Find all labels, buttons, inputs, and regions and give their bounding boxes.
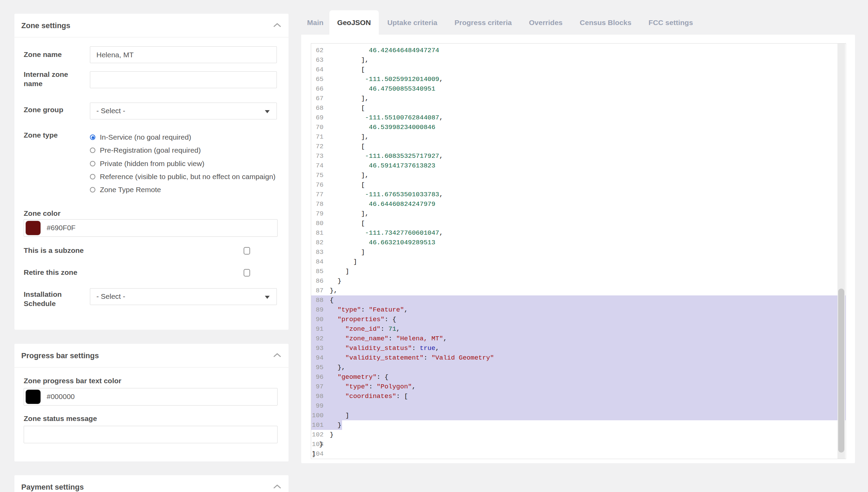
code-text: ] — [330, 267, 349, 276]
collapse-chevron-icon[interactable] — [273, 353, 281, 358]
code-line-81: 81 -111.73427760601047, — [311, 228, 846, 238]
code-line-88: 88{ — [311, 295, 846, 305]
line-number: 65 — [312, 74, 324, 84]
code-line-89: 89 "type": "Feature", — [311, 305, 846, 315]
radio-icon[interactable] — [90, 174, 95, 179]
line-number: 67 — [312, 94, 324, 103]
code-line-64: 64 [ — [311, 65, 846, 74]
progress-text-color-input[interactable]: #000000 — [24, 388, 278, 406]
line-number: 75 — [312, 171, 324, 180]
installation-schedule-label: Installation Schedule — [24, 290, 87, 308]
code-text: [ — [330, 103, 365, 113]
internal-zone-name-input[interactable] — [90, 71, 277, 88]
tab-census-blocks[interactable]: Census Blocks — [571, 10, 640, 35]
line-number: 62 — [312, 46, 324, 55]
code-text: "coordinates": [ — [330, 391, 408, 401]
zone-type-option-1[interactable]: In-Service (no goal required) — [90, 132, 191, 142]
zone-color-label: Zone color — [24, 209, 60, 218]
radio-selected-icon[interactable] — [90, 134, 95, 140]
code-line-77: 77 -111.67653501033783, — [311, 190, 846, 199]
code-line-95: 95 }, — [311, 363, 846, 372]
chevron-down-icon — [265, 110, 270, 113]
editor-scrollbar-track[interactable] — [837, 44, 845, 459]
code-line-96: 96 "geometry": { — [311, 372, 846, 382]
radio-icon[interactable] — [90, 187, 95, 192]
zone-group-select[interactable]: - Select - — [90, 103, 277, 119]
tab-fcc-settings[interactable]: FCC settings — [640, 10, 702, 35]
code-line-67: 67 ], — [311, 94, 846, 103]
subzone-checkbox[interactable] — [244, 247, 250, 255]
radio-icon[interactable] — [90, 161, 95, 166]
line-number: 92 — [312, 334, 324, 343]
code-line-70: 70 46.53998234000846 — [311, 122, 846, 132]
code-line-66: 66 46.47500855340951 — [311, 84, 846, 94]
line-number: 91 — [312, 324, 324, 334]
installation-schedule-select[interactable]: - Select - — [90, 288, 277, 305]
zone-color-swatch[interactable] — [26, 221, 40, 235]
code-text: }, — [330, 286, 338, 295]
retire-checkbox[interactable] — [244, 269, 250, 277]
progress-text-color-swatch[interactable] — [26, 390, 40, 404]
zone-color-input[interactable]: #690F0F — [24, 219, 278, 237]
zone-name-input[interactable] — [90, 46, 277, 63]
code-text: } — [330, 276, 341, 286]
tab-overrides[interactable]: Overrides — [520, 10, 571, 35]
tab-progress-criteria[interactable]: Progress criteria — [446, 10, 520, 35]
collapse-chevron-icon[interactable] — [273, 23, 281, 27]
zone-type-option-2[interactable]: Pre-Registration (goal required) — [90, 145, 201, 155]
line-number: 88 — [312, 295, 324, 305]
code-line-98: 98 "coordinates": [ — [311, 391, 846, 401]
tab-main[interactable]: Main — [301, 10, 329, 35]
code-line-78: 78 46.64460824247979 — [311, 199, 846, 209]
installation-schedule-value: - Select - — [96, 292, 125, 301]
line-number: 80 — [312, 219, 324, 228]
code-line-69: 69 -111.55100762844087, — [311, 113, 846, 122]
progress-text-color-value: #000000 — [47, 393, 75, 401]
line-number: 94 — [312, 353, 324, 363]
zone-group-value: - Select - — [96, 107, 125, 115]
line-number: 99 — [312, 401, 324, 411]
line-number: 77 — [312, 190, 324, 199]
code-line-68: 68 [ — [311, 103, 846, 113]
zone-settings-title: Zone settings — [21, 21, 70, 30]
code-line-94: 94 "validity_statement": "Valid Geometry… — [311, 353, 846, 363]
zone-status-message-label: Zone status message — [24, 414, 97, 423]
code-text: "geometry": { — [330, 372, 388, 382]
chevron-down-icon — [265, 296, 270, 299]
internal-zone-name-label: Internal zone name — [24, 70, 87, 88]
tab-uptake-criteria[interactable]: Uptake criteria — [379, 10, 446, 35]
code-line-100: 100 ] — [311, 411, 846, 420]
payment-settings-card: Payment settings — [14, 475, 289, 492]
code-line-63: 63 ], — [311, 55, 846, 65]
line-number: 102 — [312, 430, 324, 440]
code-text: 46.66321049289513 — [330, 238, 435, 247]
code-line-71: 71 ], — [311, 132, 846, 142]
editor-scrollbar-thumb[interactable] — [838, 289, 844, 453]
line-number: 72 — [312, 142, 324, 151]
code-text: "zone_name": "Helena, MT", — [330, 334, 447, 343]
tab-geojson[interactable]: GeoJSON — [329, 10, 379, 35]
radio-option-label: Reference (visible to public, but no eff… — [100, 173, 275, 181]
code-text: }, — [330, 363, 345, 372]
code-text: -111.73427760601047, — [330, 228, 443, 238]
zone-status-message-input[interactable] — [24, 426, 278, 443]
code-text: } — [330, 420, 341, 430]
zone-type-label: Zone type — [24, 130, 87, 140]
code-text: ] — [330, 247, 365, 257]
radio-icon[interactable] — [90, 148, 95, 153]
collapse-chevron-icon[interactable] — [273, 484, 281, 489]
code-text: 46.64460824247979 — [330, 199, 435, 209]
code-text: } — [319, 440, 323, 449]
code-text: "properties": { — [330, 315, 396, 324]
subzone-label: This is a subzone — [24, 246, 84, 255]
geojson-code-editor[interactable]: 62 46.42464648494727463 ],64 [65 -111.50… — [311, 43, 846, 459]
zone-type-option-5[interactable]: Zone Type Remote — [90, 185, 161, 195]
code-text: ], — [330, 94, 369, 103]
code-text: "type": "Feature", — [330, 305, 408, 315]
line-number: 64 — [312, 65, 324, 74]
code-line-93: 93 "validity_status": true, — [311, 343, 846, 353]
line-number: 87 — [312, 286, 324, 295]
code-text: { — [330, 295, 333, 305]
zone-type-option-4[interactable]: Reference (visible to public, but no eff… — [90, 172, 275, 182]
zone-type-option-3[interactable]: Private (hidden from public view) — [90, 159, 204, 169]
